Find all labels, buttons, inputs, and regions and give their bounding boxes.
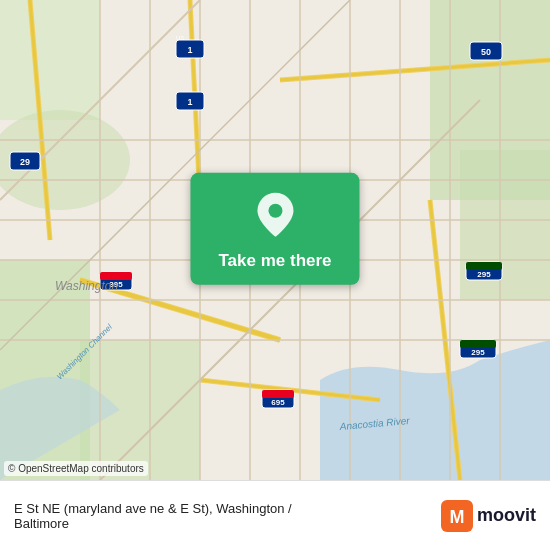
- svg-text:29: 29: [20, 157, 30, 167]
- map-attribution: © OpenStreetMap contributors: [4, 461, 148, 476]
- svg-rect-53: [460, 340, 496, 348]
- address-line2: Baltimore: [14, 516, 292, 531]
- svg-text:295: 295: [477, 270, 491, 279]
- svg-point-61: [268, 204, 282, 218]
- info-bar: E St NE (maryland ave ne & E St), Washin…: [0, 480, 550, 550]
- moovit-brand-icon: M: [441, 500, 473, 532]
- svg-text:1: 1: [187, 97, 192, 107]
- svg-text:695: 695: [271, 398, 285, 407]
- svg-rect-56: [262, 390, 294, 398]
- svg-rect-1: [0, 0, 100, 120]
- svg-text:295: 295: [471, 348, 485, 357]
- location-pin-icon: [255, 191, 295, 239]
- svg-text:50: 50: [481, 47, 491, 57]
- moovit-logo: M moovit: [441, 500, 536, 532]
- address-line1: E St NE (maryland ave ne & E St), Washin…: [14, 501, 292, 516]
- address-block: E St NE (maryland ave ne & E St), Washin…: [14, 501, 292, 531]
- moovit-text: moovit: [477, 505, 536, 526]
- map-container: 1 US 29 1 50 395 295 295 695 Washington …: [0, 0, 550, 480]
- svg-text:1: 1: [187, 45, 192, 55]
- take-me-there-button[interactable]: Take me there: [218, 251, 331, 271]
- svg-text:M: M: [449, 507, 464, 527]
- svg-rect-50: [466, 262, 502, 270]
- location-icon-wrapper: [255, 191, 295, 243]
- svg-text:US: US: [176, 35, 184, 41]
- svg-text:Washington: Washington: [55, 279, 118, 293]
- take-me-there-overlay[interactable]: Take me there: [190, 173, 359, 285]
